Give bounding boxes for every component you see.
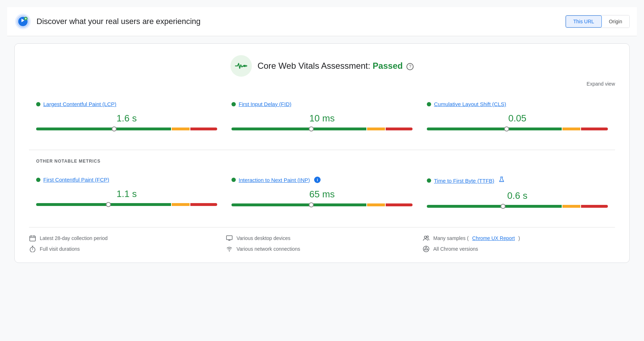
footer-collection-text: Latest 28-day collection period (40, 235, 108, 241)
metric-ttfb-dot (427, 178, 431, 183)
metric-cls-name[interactable]: Cumulative Layout Shift (CLS) (434, 101, 506, 107)
inp-info-icon[interactable]: i (314, 177, 321, 183)
metric-fcp-value: 1.1 s (36, 188, 217, 200)
page-title: Discover what your real users are experi… (36, 17, 201, 26)
gauge-orange-ttfb (562, 205, 580, 208)
gauge-red-inp (386, 203, 413, 206)
metric-inp-gauge (231, 203, 413, 208)
svg-point-18 (424, 236, 426, 238)
metric-fcp: First Contentful Paint (FCP) 1.1 s (29, 171, 224, 216)
gauge-green-fcp (36, 203, 171, 206)
ttfb-flask-icon (499, 177, 504, 184)
svg-point-21 (425, 248, 427, 250)
footer-col-3: Many samples (Chrome UX Report) All Chro… (423, 235, 615, 253)
chrome-ux-report-link[interactable]: Chrome UX Report (472, 235, 515, 241)
footer-chrome-versions: All Chrome versions (423, 245, 615, 253)
metric-lcp-gauge (36, 128, 217, 133)
gauge-orange-fcp (172, 203, 190, 206)
gauge-green-ttfb (427, 205, 562, 208)
wifi-icon (226, 245, 233, 253)
stopwatch-icon (29, 245, 36, 253)
assessment-help-icon[interactable]: ? (406, 63, 414, 70)
metric-inp: Interaction to Next Paint (INP) i 65 ms (224, 171, 420, 216)
metric-lcp-dot (36, 102, 40, 106)
gauge-red-cls (581, 128, 608, 130)
metric-ttfb: Time to First Byte (TTFB) 0.6 s (420, 171, 615, 216)
metric-fcp-name[interactable]: First Contentful Paint (FCP) (43, 177, 109, 183)
metric-fcp-gauge (36, 203, 217, 208)
svg-point-19 (427, 236, 429, 238)
metric-lcp: Largest Contentful Paint (LCP) 1.6 s (29, 95, 224, 138)
metric-cls: Cumulative Layout Shift (CLS) 0.05 (420, 95, 615, 138)
footer-visit-duration: Full visit durations (29, 245, 221, 253)
metric-inp-dot (231, 178, 236, 182)
footer-samples: Many samples (Chrome UX Report) (423, 235, 615, 242)
footer-chrome-text: All Chrome versions (433, 246, 478, 252)
svg-rect-6 (30, 236, 35, 241)
header-left: Discover what your real users are experi… (14, 13, 201, 30)
metric-fid-dot (231, 102, 236, 106)
other-metrics-grid: First Contentful Paint (FCP) 1.1 s Inter… (29, 171, 615, 216)
footer-collection-period: Latest 28-day collection period (29, 235, 221, 242)
expand-view-link[interactable]: Expand view (29, 81, 615, 87)
metric-inp-name[interactable]: Interaction to Next Paint (INP) (239, 177, 310, 183)
metric-fid-gauge (231, 128, 413, 133)
chrome-icon (423, 245, 430, 253)
assessment-title: Core Web Vitals Assessment: Passed ? (258, 61, 414, 71)
gauge-green-lcp (36, 128, 171, 130)
svg-point-17 (229, 251, 230, 252)
metric-ttfb-name[interactable]: Time to First Byte (TTFB) (434, 178, 494, 184)
metric-inp-value: 65 ms (231, 189, 413, 200)
metric-ttfb-value: 0.6 s (427, 190, 608, 201)
core-metrics-grid: Largest Contentful Paint (LCP) 1.6 s Fir… (29, 95, 615, 138)
footer-col-2: Various desktop devices Various network … (226, 235, 418, 253)
calendar-icon (29, 235, 36, 242)
svg-line-24 (427, 249, 428, 250)
metric-fid: First Input Delay (FID) 10 ms (224, 95, 420, 138)
page-header: Discover what your real users are experi… (7, 7, 637, 36)
gauge-marker-lcp (112, 126, 117, 131)
assessment-title-prefix: Core Web Vitals Assessment: (258, 61, 373, 71)
gauge-marker-fid (309, 126, 314, 131)
metric-lcp-name[interactable]: Largest Contentful Paint (LCP) (43, 101, 116, 107)
assessment-status: Passed (373, 61, 403, 71)
footer-desktop-devices: Various desktop devices (226, 235, 418, 242)
footer-samples-suffix: ) (518, 235, 520, 241)
gauge-marker-cls (504, 126, 509, 131)
users-icon (423, 235, 430, 242)
metric-ttfb-label: Time to First Byte (TTFB) (427, 177, 608, 184)
gauge-orange-fid (367, 128, 385, 130)
footer-network: Various network connections (226, 245, 418, 253)
gauge-green-cls (427, 128, 562, 130)
gauge-orange-lcp (172, 128, 190, 130)
this-url-button[interactable]: This URL (566, 15, 601, 28)
gauge-marker-inp (309, 202, 314, 207)
metric-fid-label: First Input Delay (FID) (231, 101, 413, 107)
metric-cls-value: 0.05 (427, 113, 608, 124)
main-card: Core Web Vitals Assessment: Passed ? Exp… (14, 43, 630, 263)
metric-lcp-label: Largest Contentful Paint (LCP) (36, 101, 217, 107)
svg-point-5 (245, 65, 247, 67)
gauge-marker-fcp (106, 202, 111, 207)
gauge-green-inp (231, 203, 366, 206)
monitor-icon (226, 235, 233, 242)
metric-cls-label: Cumulative Layout Shift (CLS) (427, 101, 608, 107)
svg-rect-14 (226, 236, 232, 240)
gauge-red-fid (386, 128, 413, 130)
footer-desktop-text: Various desktop devices (236, 235, 291, 241)
metric-ttfb-gauge (427, 205, 608, 210)
pagespeed-logo (14, 13, 31, 30)
gauge-orange-inp (367, 203, 385, 206)
metric-lcp-value: 1.6 s (36, 113, 217, 124)
metric-inp-label: Interaction to Next Paint (INP) i (231, 177, 413, 183)
origin-button[interactable]: Origin (602, 15, 629, 28)
metric-fid-name[interactable]: First Input Delay (FID) (239, 101, 292, 107)
metric-fid-value: 10 ms (231, 113, 413, 124)
metric-cls-gauge (427, 128, 608, 133)
vitals-icon (230, 55, 252, 77)
footer-network-text: Various network connections (236, 246, 300, 252)
footer-info: Latest 28-day collection period Full vis… (29, 227, 615, 253)
gauge-red-fcp (190, 203, 217, 206)
url-origin-toggle[interactable]: This URL Origin (565, 15, 630, 28)
gauge-marker-ttfb (501, 204, 506, 209)
